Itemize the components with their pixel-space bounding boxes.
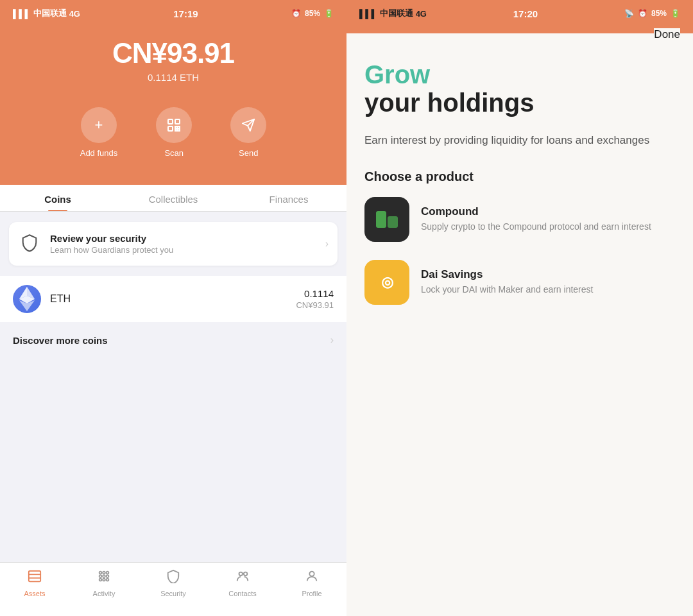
balance-eth: 0.1114 ETH [0,72,346,83]
carrier-right: 中国联通 [380,8,413,19]
compound-name: Compound [421,205,675,218]
send-button[interactable]: Send [230,107,266,158]
compound-icon [364,197,409,242]
battery-left: 85% [305,9,320,18]
security-text: Review your security Learn how Guardians… [50,233,316,255]
assets-label: Assets [24,590,45,597]
discover-more-button[interactable]: Discover more coins › [0,323,346,357]
svg-point-21 [103,575,105,578]
grow-title-dark: your holdings [364,89,675,117]
bottom-nav: Assets Activity Security [0,562,346,616]
svg-point-27 [244,572,248,576]
compound-info: Compound Supply crypto to the Compound p… [421,205,675,234]
discover-label: Discover more coins [13,335,108,346]
tab-finances[interactable]: Finances [231,185,346,211]
discover-chevron-icon: › [330,334,334,346]
chevron-right-icon: › [325,238,329,250]
tab-coins[interactable]: Coins [0,185,116,211]
battery-right: 85% [651,9,667,18]
signal-icon: ▌▌▌ [13,9,31,19]
dai-savings-product[interactable]: ◎ Dai Savings Lock your DAI with Maker a… [364,260,675,305]
security-subtitle: Learn how Guardians protect you [50,245,316,255]
add-funds-label: Add funds [80,148,118,158]
svg-point-23 [99,579,102,581]
security-title: Review your security [50,233,316,244]
right-panel: ▌▌▌ 中国联通 4G 17:20 📡 ⏰ 85% 🔋 Done Grow yo… [346,0,693,616]
security-banner[interactable]: Review your security Learn how Guardians… [9,222,338,266]
tab-collectibles[interactable]: Collectibles [116,185,231,211]
activity-label: Activity [93,590,116,597]
add-funds-button[interactable]: + Add funds [80,107,118,158]
send-icon [230,107,266,143]
alarm-icon: ⏰ [291,9,301,18]
battery-info-left: ⏰ 85% 🔋 [291,9,334,18]
signal-icon-right: ▌▌▌ [359,9,377,19]
nav-contacts[interactable]: Contacts [208,569,277,597]
eth-fiat: CN¥93.91 [296,300,334,310]
add-funds-icon: + [81,107,117,143]
nav-profile[interactable]: Profile [277,569,346,597]
svg-rect-30 [388,216,398,228]
shield-icon [18,232,41,255]
scan-button[interactable]: Scan [156,107,192,158]
eth-name: ETH [50,293,296,305]
dai-description: Lock your DAI with Maker and earn intere… [421,284,675,296]
svg-text:◎: ◎ [381,274,393,290]
network: 4G [69,9,80,19]
compound-product[interactable]: Compound Supply crypto to the Compound p… [364,197,675,242]
svg-point-22 [107,575,109,578]
svg-rect-3 [175,126,177,128]
svg-rect-4 [178,126,180,128]
done-button[interactable]: Done [654,28,680,41]
carrier: 中国联通 [33,8,67,19]
send-label: Send [239,148,258,158]
svg-rect-6 [178,129,180,131]
battery-info-right: 📡 ⏰ 85% 🔋 [624,9,680,18]
eth-coin-row[interactable]: ETH 0.1114 CN¥93.91 [0,276,346,322]
scan-label: Scan [164,148,184,158]
dai-name: Dai Savings [421,268,675,281]
nav-assets[interactable]: Assets [0,569,69,597]
action-buttons: + Add funds Scan [0,101,346,164]
choose-product-label: Choose a product [364,169,675,184]
eth-icon [13,285,41,313]
svg-point-26 [239,572,243,576]
profile-icon [305,569,319,587]
balance-section: CN¥93.91 0.1114 ETH [0,24,346,101]
svg-rect-29 [376,211,386,228]
status-bar-right: ▌▌▌ 中国联通 4G 17:20 📡 ⏰ 85% 🔋 [346,0,693,24]
time-right: 17:20 [513,8,538,19]
security-label: Security [160,590,186,597]
status-bar-left: ▌▌▌ 中国联通 4G 17:19 ⏰ 85% 🔋 [0,0,346,24]
assets-icon [28,569,42,587]
svg-rect-5 [175,129,177,131]
carrier-info-right: ▌▌▌ 中国联通 4G [359,8,427,19]
svg-rect-1 [175,119,180,124]
grow-title-teal: Grow [364,60,675,89]
nav-activity[interactable]: Activity [69,569,139,597]
eth-amount: 0.1114 [296,288,334,299]
balance-cny: CN¥93.91 [0,37,346,69]
contacts-icon [235,569,250,587]
svg-point-17 [99,572,102,574]
battery-icon-right: 🔋 [671,9,680,18]
svg-point-24 [103,579,105,581]
nav-security[interactable]: Security [139,569,208,597]
svg-rect-2 [168,126,173,131]
activity-icon [97,569,111,587]
svg-rect-0 [168,119,173,124]
left-header: ▌▌▌ 中国联通 4G 17:19 ⏰ 85% 🔋 CN¥93.91 0.111… [0,0,346,185]
carrier-info: ▌▌▌ 中国联通 4G [13,8,80,19]
dai-icon: ◎ [364,260,409,305]
svg-point-20 [99,575,102,578]
earn-description: Earn interest by providing liquidity for… [364,132,675,149]
svg-point-28 [309,572,314,576]
svg-point-19 [107,572,109,574]
right-content: Grow your holdings Earn interest by prov… [346,24,693,616]
eth-values: 0.1114 CN¥93.91 [296,288,334,310]
security-nav-icon [166,569,180,587]
battery-icon-left: 🔋 [324,9,334,18]
scan-icon [156,107,192,143]
wifi-icon-right: 📡 [624,9,634,18]
contacts-label: Contacts [228,590,256,597]
